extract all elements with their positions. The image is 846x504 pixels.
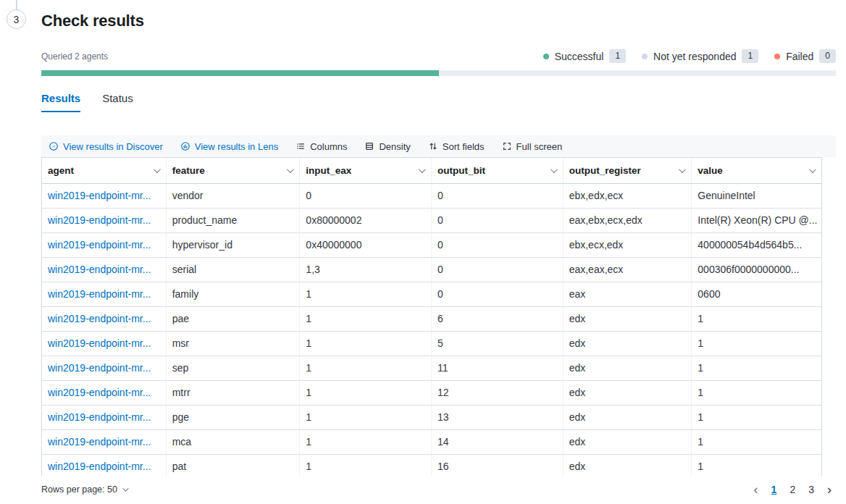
agent-link[interactable]: win2019-endpoint-mr... bbox=[48, 461, 151, 472]
cell-output_register: eax,ebx,ecx,edx bbox=[564, 209, 692, 233]
column-header-output-bit[interactable]: output_bit bbox=[432, 158, 564, 183]
tab-status[interactable]: Status bbox=[102, 92, 133, 112]
agent-link[interactable]: win2019-endpoint-mr... bbox=[48, 411, 151, 423]
agent-link[interactable]: win2019-endpoint-mr... bbox=[48, 362, 151, 374]
cell-output_register: eax bbox=[564, 282, 692, 307]
chevron-down-icon[interactable] bbox=[287, 166, 294, 173]
page-button-1[interactable]: 1 bbox=[771, 484, 777, 495]
chevron-down-icon[interactable] bbox=[550, 166, 558, 173]
cell-output_register: edx bbox=[564, 381, 692, 406]
agent-link[interactable]: win2019-endpoint-mr... bbox=[48, 214, 151, 226]
column-header-label: value bbox=[698, 165, 723, 176]
chevron-down-icon[interactable] bbox=[809, 166, 816, 173]
cell-feature: mtrr bbox=[167, 381, 301, 406]
chevron-down-icon[interactable] bbox=[419, 166, 426, 173]
chevron-down-icon[interactable] bbox=[154, 166, 161, 173]
column-header-label: output_register bbox=[569, 165, 641, 176]
tab-results[interactable]: Results bbox=[41, 92, 80, 112]
table-row: win2019-endpoint-mr...pat116edx1 bbox=[42, 455, 821, 476]
page-button-3[interactable]: 3 bbox=[808, 484, 814, 495]
table-row: win2019-endpoint-mr...mca114edx1 bbox=[42, 430, 821, 455]
cell-agent: win2019-endpoint-mr... bbox=[42, 455, 167, 476]
cell-value: 1 bbox=[692, 356, 821, 381]
sort-fields-button[interactable]: Sort fields bbox=[428, 141, 485, 152]
table-row: win2019-endpoint-mr...sep111edx1 bbox=[42, 356, 821, 381]
cell-value: Intel(R) Xeon(R) CPU @... bbox=[692, 209, 821, 233]
cell-agent: win2019-endpoint-mr... bbox=[42, 258, 167, 282]
tabs-bar: Results Status bbox=[41, 92, 836, 112]
status-legend: Successful 1 Not yet responded 1 Failed … bbox=[543, 49, 836, 63]
agent-link[interactable]: win2019-endpoint-mr... bbox=[48, 190, 151, 201]
pagination: ‹ 1 2 3 › bbox=[754, 484, 836, 495]
cell-value: 1 bbox=[692, 430, 821, 455]
view-lens-label: View results in Lens bbox=[195, 141, 278, 152]
cell-output_bit: 14 bbox=[432, 430, 564, 455]
full-screen-button[interactable]: Full screen bbox=[502, 141, 563, 152]
cell-input_eax: 1 bbox=[300, 332, 432, 356]
sort-fields-icon bbox=[428, 141, 438, 151]
next-page-button[interactable]: › bbox=[827, 484, 832, 495]
cell-output_register: edx bbox=[564, 307, 692, 332]
table-header-row: agent feature input_eax output_bit bbox=[42, 158, 821, 184]
column-header-label: output_bit bbox=[437, 165, 485, 176]
cell-input_eax: 1 bbox=[300, 455, 432, 476]
legend-successful-label: Successful bbox=[555, 51, 604, 62]
agent-link[interactable]: win2019-endpoint-mr... bbox=[48, 264, 151, 275]
agent-link[interactable]: win2019-endpoint-mr... bbox=[48, 337, 151, 349]
cell-value: 1 bbox=[692, 406, 821, 430]
cell-value: 0600 bbox=[692, 282, 821, 307]
legend-failed-label: Failed bbox=[786, 51, 813, 62]
rows-per-page-label: Rows per page: 50 bbox=[41, 484, 117, 495]
check-results-page: 3 Check results Queried 2 agents Success… bbox=[0, 0, 846, 504]
cell-input_eax: 1,3 bbox=[300, 258, 432, 282]
cell-agent: win2019-endpoint-mr... bbox=[42, 430, 167, 455]
page-button-2[interactable]: 2 bbox=[790, 484, 795, 495]
cell-feature: pae bbox=[167, 307, 301, 332]
table-row: win2019-endpoint-mr...hypervisor_id0x400… bbox=[42, 233, 821, 258]
column-header-feature[interactable]: feature bbox=[167, 158, 301, 183]
cell-agent: win2019-endpoint-mr... bbox=[42, 406, 167, 430]
full-screen-icon bbox=[502, 141, 512, 151]
cell-input_eax: 1 bbox=[300, 381, 432, 406]
cell-agent: win2019-endpoint-mr... bbox=[42, 282, 167, 307]
legend-not-yet-responded: Not yet responded 1 bbox=[642, 49, 758, 63]
cell-output_bit: 0 bbox=[432, 184, 564, 209]
discover-icon bbox=[49, 141, 59, 151]
cell-input_eax: 1 bbox=[300, 406, 432, 430]
cell-feature: product_name bbox=[167, 209, 301, 233]
cell-input_eax: 1 bbox=[300, 282, 432, 307]
cell-agent: win2019-endpoint-mr... bbox=[42, 233, 167, 258]
agent-link[interactable]: win2019-endpoint-mr... bbox=[48, 387, 151, 398]
density-button[interactable]: Density bbox=[364, 141, 410, 152]
cell-output_bit: 0 bbox=[432, 209, 564, 233]
agent-link[interactable]: win2019-endpoint-mr... bbox=[48, 288, 151, 300]
full-screen-label: Full screen bbox=[516, 141, 563, 152]
cell-value: 1 bbox=[692, 455, 821, 476]
rows-per-page-button[interactable]: Rows per page: 50 bbox=[41, 484, 127, 495]
cell-value: 1 bbox=[692, 307, 821, 332]
columns-button[interactable]: Columns bbox=[296, 141, 347, 152]
table-row: win2019-endpoint-mr...pge113edx1 bbox=[42, 406, 821, 430]
not-responded-dot-icon bbox=[642, 54, 648, 59]
cell-output_register: ebx,edx,ecx bbox=[564, 184, 692, 209]
column-header-value[interactable]: value bbox=[692, 158, 821, 183]
columns-icon bbox=[296, 141, 306, 151]
density-label: Density bbox=[379, 141, 410, 152]
cell-input_eax: 0x80000002 bbox=[300, 209, 432, 233]
lens-icon bbox=[180, 141, 190, 151]
column-header-output-register[interactable]: output_register bbox=[564, 158, 692, 183]
view-results-in-lens-button[interactable]: View results in Lens bbox=[180, 141, 278, 152]
agent-link[interactable]: win2019-endpoint-mr... bbox=[48, 239, 151, 251]
agent-link[interactable]: win2019-endpoint-mr... bbox=[48, 436, 151, 448]
results-table: agent feature input_eax output_bit bbox=[41, 157, 822, 476]
cell-feature: pat bbox=[167, 455, 301, 476]
column-header-agent[interactable]: agent bbox=[42, 158, 167, 183]
view-results-in-discover-button[interactable]: View results in Discover bbox=[49, 141, 163, 152]
agent-link[interactable]: win2019-endpoint-mr... bbox=[48, 313, 151, 324]
column-header-input-eax[interactable]: input_eax bbox=[300, 158, 432, 183]
cell-value: 000306f0000000000... bbox=[692, 258, 821, 282]
chevron-down-icon[interactable] bbox=[679, 166, 686, 173]
legend-successful: Successful 1 bbox=[543, 49, 626, 63]
previous-page-button[interactable]: ‹ bbox=[754, 484, 758, 495]
cell-input_eax: 0x40000000 bbox=[300, 233, 432, 258]
